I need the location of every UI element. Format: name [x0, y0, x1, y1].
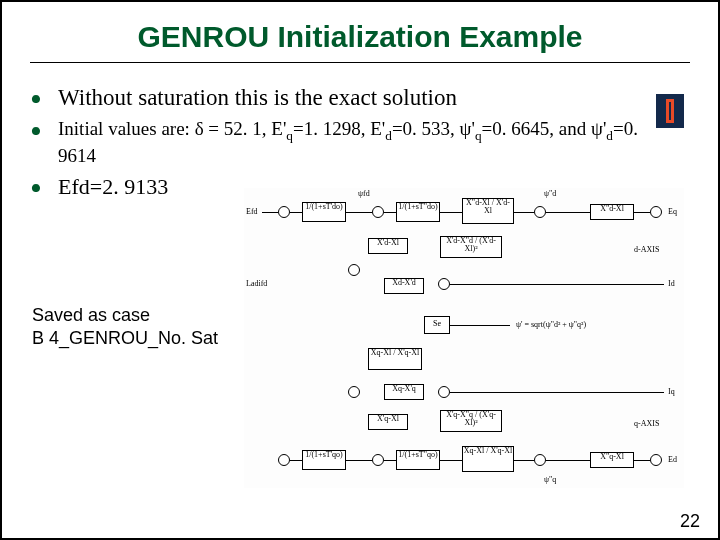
diagram-box-tppqo: 1/(1+sT"qo): [396, 450, 440, 470]
diagram-box-se: Se: [424, 316, 450, 334]
diagram-label-ed: Ed: [668, 456, 677, 464]
diagram-sum-8: [438, 386, 450, 398]
block-diagram: Efd 1/(1+sT'do) ψfd 1/(1+sT"do) X"d-Xl /…: [244, 188, 684, 488]
diagram-label-id: Id: [668, 280, 675, 288]
bullet-2-sep: ,: [262, 118, 272, 139]
diagram-box-xddratio: X"d-Xl / X'd-Xl: [462, 198, 514, 224]
diagram-sum-4: [650, 206, 662, 218]
diagram-label-iq: Iq: [668, 388, 675, 396]
diagram-label-efd: Efd: [246, 208, 258, 216]
diagram-sum-11: [534, 454, 546, 466]
diagram-sum-6: [438, 278, 450, 290]
bullet-2-eq-val: =1. 1298, E': [293, 118, 385, 139]
diagram-box-xq-xl-ratio: Xq-Xl / X'q-Xl: [368, 348, 422, 370]
bullet-1: Without saturation this is the exact sol…: [30, 85, 690, 111]
diagram-label-psiprime: ψ' = sqrt(ψ"d² + ψ"q²): [516, 321, 586, 329]
diagram-label-daxis: d-AXIS: [634, 246, 659, 254]
diagram-sum-10: [372, 454, 384, 466]
diagram-box-xq-xpq: Xq-X'q: [384, 384, 424, 400]
diagram-sum-1: [278, 206, 290, 218]
save-caption-line2: B 4_GENROU_No. Sat: [32, 327, 218, 350]
diagram-box-xd-xpd: Xd-X'd: [384, 278, 424, 294]
diagram-sum-5: [348, 264, 360, 276]
diagram-box-xqqratio: Xq-Xl / X'q-Xl: [462, 446, 514, 472]
diagram-label-psid: ψ"d: [544, 190, 556, 198]
diagram-sum-12: [650, 454, 662, 466]
diagram-box-tpdo: 1/(1+sT'do): [302, 202, 346, 222]
title-rule: [30, 62, 690, 63]
bullet-2-sub-q2: q: [475, 128, 482, 143]
diagram-sum-9: [278, 454, 290, 466]
save-caption-line1: Saved as case: [32, 304, 218, 327]
diagram-label-ladifd: Ladifd: [246, 280, 267, 288]
diagram-sum-3: [534, 206, 546, 218]
diagram-label-eq: Eq: [668, 208, 677, 216]
diagram-box-xppd-xl: X"d-Xl: [590, 204, 634, 220]
diagram-box-xpd-xppd: X'd-X"d / (X'd-Xl)²: [440, 236, 502, 258]
slide-title: GENROU Initialization Example: [30, 20, 690, 54]
save-caption: Saved as case B 4_GENROU_No. Sat: [32, 304, 218, 349]
diagram-box-xpd-xl: X'd-Xl: [368, 238, 408, 254]
bullet-2-sub-d1: d: [385, 128, 392, 143]
diagram-box-xppq-xl: X"q-Xl: [590, 452, 634, 468]
diagram-sum-2: [372, 206, 384, 218]
bullet-2: Initial values are: δ = 52. 1, E'q=1. 12…: [30, 117, 670, 168]
bullet-2-psiq-val: =0. 6645, and ψ': [482, 118, 607, 139]
slide: GENROU Initialization Example Without sa…: [0, 0, 720, 540]
bullet-2-text-a: Initial values are: δ = 52. 1: [58, 118, 262, 139]
bullet-2-eq-label: E': [271, 118, 286, 139]
bullet-2-sub-d2: d: [606, 128, 613, 143]
diagram-box-tpqo: 1/(1+sT'qo): [302, 450, 346, 470]
bullet-2-sub-q1: q: [286, 128, 293, 143]
diagram-box-xpq-xppq: X'q-X"q / (X'q-Xl)²: [440, 410, 502, 432]
diagram-sum-7: [348, 386, 360, 398]
bullet-list: Without saturation this is the exact sol…: [30, 85, 690, 200]
diagram-label-psiq: ψ"q: [544, 476, 556, 484]
diagram-label-qaxis: q-AXIS: [634, 420, 659, 428]
diagram-box-tppdo: 1/(1+sT"do): [396, 202, 440, 222]
bullet-2-ed-val: =0. 533, ψ': [392, 118, 475, 139]
page-number: 22: [680, 511, 700, 532]
diagram-label-psifd: ψfd: [358, 190, 370, 198]
diagram-box-xpq-xl: X'q-Xl: [368, 414, 408, 430]
